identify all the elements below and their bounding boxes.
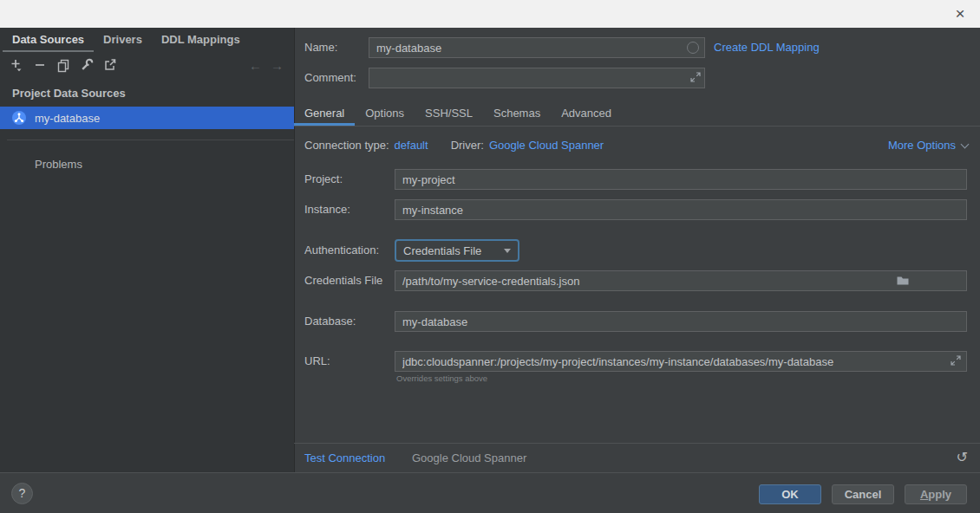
apply-button-label: Apply — [920, 488, 951, 501]
forward-icon[interactable]: → — [271, 58, 284, 73]
credentials-file-input[interactable] — [395, 270, 967, 291]
create-ddl-mapping-link[interactable]: Create DDL Mapping — [714, 37, 820, 58]
authentication-value: Credentials File — [403, 244, 481, 257]
sidebar: Data Sources Drivers DDL Mappings — [0, 28, 294, 472]
folder-icon[interactable] — [896, 274, 910, 288]
url-input[interactable] — [395, 351, 967, 372]
tabs-separator — [294, 126, 980, 127]
name-label: Name: — [304, 37, 337, 58]
name-refresh-circle-icon — [687, 42, 699, 54]
tab-data-sources[interactable]: Data Sources — [3, 28, 94, 52]
duplicate-icon[interactable] — [56, 57, 71, 73]
tab-schemas[interactable]: Schemas — [483, 102, 551, 126]
driver-label: Driver: — [451, 138, 484, 153]
authentication-select[interactable]: Credentials File — [395, 239, 519, 262]
cancel-button-label: Cancel — [845, 488, 882, 501]
authentication-label: Authentication: — [304, 240, 379, 261]
tab-general[interactable]: General — [294, 102, 355, 126]
connection-type-row: Connection type: default Driver: Google … — [304, 138, 604, 153]
instance-label: Instance: — [304, 199, 350, 220]
settings-tabs: General Options SSH/SSL Schemas Advanced — [294, 102, 980, 126]
apply-button[interactable]: Apply — [905, 484, 967, 504]
url-label: URL: — [304, 351, 330, 372]
add-icon[interactable] — [9, 57, 24, 73]
test-driver-name: Google Cloud Spanner — [412, 450, 526, 467]
url-hint: Overrides settings above — [396, 373, 487, 383]
instance-input[interactable] — [395, 199, 967, 220]
panel-separator — [294, 28, 295, 472]
revert-icon[interactable]: ↺ — [957, 449, 968, 465]
window-titlebar: × — [0, 0, 980, 28]
expand-icon[interactable] — [690, 72, 701, 82]
driver-link[interactable]: Google Cloud Spanner — [489, 138, 604, 153]
chevron-down-icon — [961, 140, 970, 148]
sidebar-tabs: Data Sources Drivers DDL Mappings — [0, 28, 294, 52]
database-label: Database: — [304, 311, 356, 332]
history-nav: ← → — [249, 58, 294, 73]
dialog-footer: ? OK Cancel Apply — [0, 472, 980, 513]
tab-drivers[interactable]: Drivers — [94, 28, 152, 52]
open-in-window-icon[interactable] — [102, 57, 118, 73]
spanner-db-icon — [11, 110, 27, 126]
connection-type-link[interactable]: default — [395, 138, 428, 153]
tab-ddl-mappings[interactable]: DDL Mappings — [152, 28, 250, 52]
help-icon[interactable]: ? — [11, 483, 33, 504]
datasource-item-my-database[interactable]: my-database — [0, 107, 294, 129]
ok-button-label: OK — [781, 488, 799, 501]
more-options-link[interactable]: More Options — [888, 138, 968, 153]
data-sources-dialog: × Data Sources Drivers DDL Mappings — [0, 0, 980, 513]
back-icon[interactable]: ← — [249, 58, 262, 73]
project-label: Project: — [304, 169, 343, 190]
comment-label: Comment: — [304, 68, 356, 88]
sidebar-toolbar: ← → — [0, 52, 294, 78]
wrench-icon[interactable] — [79, 57, 95, 73]
database-input[interactable] — [395, 311, 967, 332]
datasource-item-label: my-database — [35, 112, 100, 125]
test-connection-link[interactable]: Test Connection — [304, 450, 385, 467]
dropdown-arrow-icon — [504, 249, 511, 253]
project-data-sources-header: Project Data Sources — [12, 87, 126, 100]
cancel-button[interactable]: Cancel — [832, 484, 894, 504]
tab-ssh-ssl[interactable]: SSH/SSL — [415, 102, 483, 126]
project-input[interactable] — [395, 169, 967, 190]
remove-icon[interactable] — [32, 57, 48, 73]
close-icon[interactable]: × — [949, 3, 971, 25]
name-input[interactable] — [369, 37, 705, 58]
test-bar-separator — [294, 443, 980, 444]
tab-advanced[interactable]: Advanced — [551, 102, 622, 126]
expand-icon[interactable] — [951, 355, 961, 366]
problems-section[interactable]: Problems — [35, 158, 82, 171]
more-options-label: More Options — [888, 138, 956, 153]
credentials-file-label: Credentials File — [304, 270, 382, 291]
comment-input[interactable] — [369, 68, 705, 88]
connection-type-label: Connection type: — [304, 138, 389, 153]
ok-button[interactable]: OK — [759, 484, 821, 504]
tab-options[interactable]: Options — [355, 102, 415, 126]
sidebar-divider — [7, 140, 294, 140]
